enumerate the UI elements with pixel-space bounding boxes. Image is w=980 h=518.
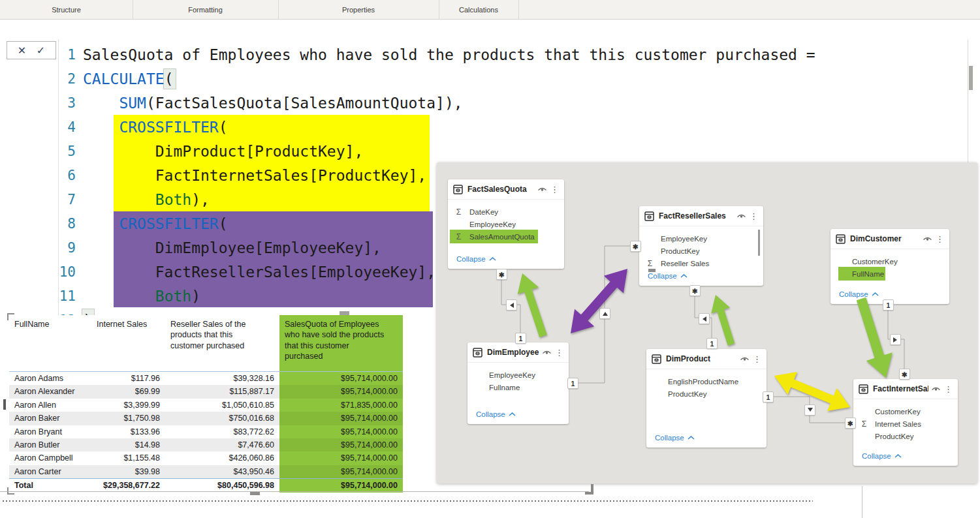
table-row[interactable]: Aaron Campbell$1,155.48$426,060.86$95,71… xyxy=(9,451,403,465)
cell[interactable]: $1,050,610.85 xyxy=(165,399,279,412)
collapse-link[interactable]: Collapse xyxy=(839,290,879,298)
cardinality-label[interactable]: ✱ xyxy=(496,269,507,280)
cell[interactable]: $14.98 xyxy=(91,438,165,451)
filter-direction-marker[interactable] xyxy=(890,334,901,345)
field-employeekey[interactable]: EmployeeKey xyxy=(467,369,569,381)
code-line-5[interactable]: 5 DimProduct[ProductKey], xyxy=(0,139,363,163)
cardinality-label[interactable]: 1 xyxy=(567,378,578,389)
code-line-6[interactable]: 6 FactInternetSales[ProductKey], xyxy=(0,163,426,187)
card-header[interactable]: FactInternetSales ⋮ xyxy=(853,379,958,399)
visibility-eye-icon[interactable] xyxy=(537,186,547,193)
cell[interactable]: $133.96 xyxy=(91,425,165,438)
model-table-card-factsalesquota[interactable]: FactSalesQuota ⋮ ΣDateKeyEmployeeKeyΣSal… xyxy=(448,179,564,269)
column-header[interactable]: FullName xyxy=(9,315,91,372)
filter-direction-marker[interactable] xyxy=(599,308,610,319)
filter-direction-marker[interactable] xyxy=(804,404,815,416)
more-options-icon[interactable]: ⋮ xyxy=(936,235,944,243)
model-table-card-dimemployee[interactable]: DimEmployee ⋮ EmployeeKeyFullname Collap… xyxy=(467,343,569,424)
field-englishproductname[interactable]: EnglishProductName xyxy=(646,375,767,388)
cardinality-label[interactable]: ✱ xyxy=(689,285,701,296)
code-line-11[interactable]: 11 Both) xyxy=(0,284,200,308)
cardinality-label[interactable]: ✱ xyxy=(845,418,856,429)
field-productkey[interactable]: ProductKey xyxy=(853,430,958,442)
collapse-link[interactable]: Collapse xyxy=(648,272,688,280)
tab-properties[interactable]: Properties xyxy=(278,0,439,19)
cardinality-label[interactable]: ✱ xyxy=(899,369,910,380)
cell[interactable]: $43,950.46 xyxy=(165,465,279,479)
editor-scrollbar-thumb[interactable] xyxy=(969,66,973,90)
code-line-4[interactable]: 4 CROSSFILTER( xyxy=(0,115,228,139)
cell[interactable]: Aaron Alexander xyxy=(9,385,91,398)
table-row[interactable]: Aaron Adams$117.96$39,328.16$95,714,000.… xyxy=(9,372,403,386)
cell[interactable]: $39,328.16 xyxy=(165,372,279,386)
more-options-icon[interactable]: ⋮ xyxy=(944,385,953,393)
resize-elbow-handle[interactable] xyxy=(585,484,593,495)
cell[interactable]: $426,060.86 xyxy=(165,451,279,465)
cell[interactable]: Aaron Baker xyxy=(9,412,91,425)
field-internet-sales[interactable]: ΣInternet Sales xyxy=(853,418,958,430)
field-customerkey[interactable]: CustomerKey xyxy=(853,405,958,418)
visual-resize-handle-top[interactable] xyxy=(340,311,349,315)
code-line-8[interactable]: 8 CROSSFILTER( xyxy=(0,211,228,236)
cell[interactable]: $95,714,000.00 xyxy=(279,465,403,479)
table-row[interactable]: Aaron Allen$3,399.99$1,050,610.85$71,835… xyxy=(9,399,403,412)
cell[interactable]: $69.99 xyxy=(91,385,165,398)
table-row[interactable]: Aaron Bryant$133.96$83,772.62$95,714,000… xyxy=(9,425,403,438)
cell[interactable]: Aaron Campbell xyxy=(9,451,91,465)
cell[interactable]: Aaron Butler xyxy=(9,438,91,451)
model-table-card-dimproduct[interactable]: DimProduct ⋮ EnglishProductNameProductKe… xyxy=(646,349,767,448)
cell[interactable]: Aaron Allen xyxy=(9,399,91,412)
card-header[interactable]: DimProduct ⋮ xyxy=(646,349,767,369)
card-header[interactable]: FactResellerSales ⋮ xyxy=(639,206,763,226)
cell[interactable]: $95,714,000.00 xyxy=(279,438,403,451)
tab-formatting[interactable]: Formatting xyxy=(133,0,279,19)
cell[interactable]: Aaron Carter xyxy=(9,465,91,479)
field-customerkey[interactable]: CustomerKey xyxy=(830,255,949,267)
field-salesamountquota[interactable]: ΣSalesAmountQuota xyxy=(448,230,564,243)
cell[interactable]: Aaron Adams xyxy=(9,372,91,386)
more-options-icon[interactable]: ⋮ xyxy=(550,185,559,194)
visual-selection-corner[interactable] xyxy=(7,313,14,320)
filter-direction-marker[interactable] xyxy=(699,313,710,324)
cell[interactable]: $95,714,000.00 xyxy=(279,425,403,438)
code-line-9[interactable]: 9 DimEmployee[EmployeeKey], xyxy=(0,236,381,260)
cell[interactable]: Aaron Bryant xyxy=(9,425,91,438)
field-reseller-sales[interactable]: ΣReseller Sales xyxy=(639,257,763,269)
card-header[interactable]: DimEmployee ⋮ xyxy=(467,343,569,363)
tab-calculations[interactable]: Calculations xyxy=(439,0,519,19)
card-header[interactable]: DimCustomer ⋮ xyxy=(830,229,949,249)
cell[interactable]: $71,835,000.00 xyxy=(279,399,403,412)
visibility-eye-icon[interactable] xyxy=(931,386,941,393)
column-header[interactable]: Internet Sales xyxy=(91,315,165,372)
code-line-2[interactable]: 2CALCULATE( xyxy=(0,67,173,91)
table-row[interactable]: Aaron Baker$1,750.98$750,016.68$95,714,0… xyxy=(9,412,403,425)
tab-structure[interactable]: Structure xyxy=(0,0,133,19)
field-employeekey[interactable]: EmployeeKey xyxy=(448,218,564,230)
visibility-eye-icon[interactable] xyxy=(542,349,552,356)
cell[interactable]: $1,750.98 xyxy=(91,412,165,425)
cardinality-label[interactable]: 1 xyxy=(706,338,718,349)
table-row[interactable]: Aaron Butler$14.98$7,476.60$95,714,000.0… xyxy=(9,438,403,451)
cell[interactable]: $750,016.68 xyxy=(165,412,279,425)
column-header[interactable]: SalesQuota of Employees who have sold th… xyxy=(279,315,403,372)
cell[interactable]: $39.98 xyxy=(91,465,165,479)
more-options-icon[interactable]: ⋮ xyxy=(753,355,761,363)
visibility-eye-icon[interactable] xyxy=(923,236,932,243)
table-row[interactable]: Aaron Carter$39.98$43,950.46$95,714,000.… xyxy=(9,465,403,479)
cardinality-label[interactable]: 1 xyxy=(763,391,774,403)
model-table-card-factresellersales[interactable]: FactResellerSales ⋮ EmployeeKeyProductKe… xyxy=(639,206,763,286)
field-fullname[interactable]: Fullname xyxy=(467,381,569,393)
cell[interactable]: $1,155.48 xyxy=(91,451,165,465)
visibility-eye-icon[interactable] xyxy=(740,356,750,363)
code-line-3[interactable]: 3 SUM(FactSalesQuota[SalesAmountQuota]), xyxy=(0,91,463,115)
cell[interactable]: $83,772.62 xyxy=(165,425,279,438)
cell[interactable]: $95,714,000.00 xyxy=(279,451,403,465)
editor-scrollbar-track[interactable] xyxy=(968,40,968,182)
code-line-1[interactable]: 1SalesQuota of Employees who have sold t… xyxy=(0,42,815,67)
cell[interactable]: $3,399.99 xyxy=(91,399,165,412)
field-employeekey[interactable]: EmployeeKey xyxy=(639,232,763,245)
visibility-eye-icon[interactable] xyxy=(736,213,746,220)
table-visual[interactable]: FullNameInternet SalesReseller Sales of … xyxy=(9,315,403,493)
more-options-icon[interactable]: ⋮ xyxy=(555,348,563,357)
cell[interactable]: $95,714,000.00 xyxy=(279,385,403,398)
